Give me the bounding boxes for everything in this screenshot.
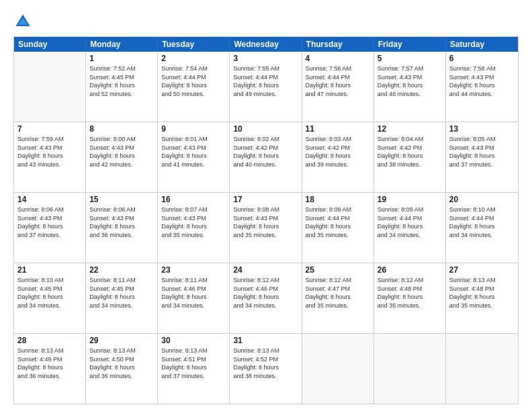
cell-info: and 40 minutes. [233,161,298,169]
cell-info: Sunset: 4:47 PM [306,285,370,293]
calendar-cell: 18Sunrise: 8:09 AMSunset: 4:44 PMDayligh… [302,193,374,263]
header-day-saturday: Saturday [446,37,518,52]
calendar: SundayMondayTuesdayWednesdayThursdayFrid… [13,36,519,404]
cell-info: Daylight: 8 hours [378,81,442,90]
cell-info: Sunset: 4:43 PM [17,144,82,152]
cell-info: Daylight: 8 hours [306,293,370,302]
day-number: 5 [378,54,442,63]
cell-info: Sunrise: 8:03 AM [306,135,370,144]
cell-info: Sunset: 4:42 PM [233,144,298,152]
day-number: 30 [161,336,226,345]
cell-info: Daylight: 8 hours [306,81,370,90]
cell-info: Daylight: 8 hours [17,152,82,161]
cell-info: Sunset: 4:44 PM [449,214,515,223]
cell-info: Sunrise: 8:13 AM [89,347,154,355]
calendar-cell: 16Sunrise: 8:07 AMSunset: 4:43 PMDayligh… [158,193,230,263]
calendar-cell: 4Sunrise: 7:56 AMSunset: 4:44 PMDaylight… [302,52,374,122]
cell-info: Sunrise: 8:04 AM [378,135,442,144]
day-number: 29 [89,336,154,345]
calendar-cell: 6Sunrise: 7:58 AMSunset: 4:43 PMDaylight… [446,52,518,122]
cell-info: Sunrise: 8:06 AM [17,205,82,214]
cell-info: Sunset: 4:43 PM [89,214,154,223]
page: SundayMondayTuesdayWednesdayThursdayFrid… [0,0,532,411]
day-number: 12 [378,124,442,134]
day-number: 22 [89,265,154,275]
cell-info: Daylight: 8 hours [233,152,298,161]
cell-info: Daylight: 8 hours [449,81,515,90]
cell-info: Daylight: 8 hours [233,81,298,90]
cell-info: and 49 minutes. [233,90,298,99]
day-number: 19 [378,195,442,204]
day-number: 8 [89,124,154,134]
cell-info: Daylight: 8 hours [378,222,442,231]
cell-info: and 36 minutes. [17,372,82,381]
day-number: 3 [233,54,298,63]
cell-info: and 35 minutes. [306,231,370,240]
cell-info: Daylight: 8 hours [233,222,298,231]
calendar-header: SundayMondayTuesdayWednesdayThursdayFrid… [14,37,518,52]
cell-info: Daylight: 8 hours [233,293,298,302]
cell-info: Daylight: 8 hours [17,222,82,231]
cell-info: Sunset: 4:43 PM [233,214,298,223]
cell-info: Sunrise: 8:13 AM [17,347,82,355]
cell-info: and 42 minutes. [89,161,154,169]
day-number: 4 [306,54,370,63]
day-number: 10 [233,124,298,134]
calendar-cell [302,334,374,404]
cell-info: Sunrise: 7:59 AM [17,135,82,144]
cell-info: Sunset: 4:42 PM [306,144,370,152]
calendar-cell [14,52,86,122]
calendar-cell: 20Sunrise: 8:10 AMSunset: 4:44 PMDayligh… [446,193,518,263]
cell-info: Sunrise: 7:55 AM [233,64,298,73]
cell-info: Sunrise: 8:12 AM [378,276,442,285]
day-number: 27 [449,265,515,275]
day-number: 28 [17,336,82,345]
header [13,12,519,31]
cell-info: Daylight: 8 hours [17,293,82,302]
cell-info: and 35 minutes. [306,302,370,310]
cell-info: Daylight: 8 hours [161,363,226,372]
logo [13,12,35,31]
cell-info: and 36 minutes. [89,231,154,240]
cell-info: and 38 minutes. [378,161,442,169]
cell-info: and 35 minutes. [449,302,515,310]
calendar-cell: 28Sunrise: 8:13 AMSunset: 4:49 PMDayligh… [14,334,86,404]
cell-info: Sunrise: 8:08 AM [233,205,298,214]
cell-info: and 44 minutes. [449,90,515,99]
calendar-cell [446,334,518,404]
calendar-cell: 13Sunrise: 8:05 AMSunset: 4:43 PMDayligh… [446,122,518,192]
logo-icon [13,12,32,31]
cell-info: Daylight: 8 hours [449,222,515,231]
cell-info: Sunrise: 8:12 AM [306,276,370,285]
cell-info: Sunset: 4:44 PM [306,73,370,82]
calendar-cell: 1Sunrise: 7:52 AMSunset: 4:45 PMDaylight… [86,52,158,122]
cell-info: Sunset: 4:52 PM [233,355,298,364]
calendar-cell: 25Sunrise: 8:12 AMSunset: 4:47 PMDayligh… [302,263,374,333]
cell-info: Daylight: 8 hours [449,152,515,161]
header-day-sunday: Sunday [14,37,86,52]
cell-info: Sunrise: 8:10 AM [449,205,515,214]
cell-info: Sunrise: 8:00 AM [89,135,154,144]
cell-info: Sunset: 4:51 PM [161,355,226,364]
day-number: 17 [233,195,298,204]
calendar-cell: 7Sunrise: 7:59 AMSunset: 4:43 PMDaylight… [14,122,86,192]
calendar-cell: 23Sunrise: 8:11 AMSunset: 4:46 PMDayligh… [158,263,230,333]
calendar-cell: 31Sunrise: 8:13 AMSunset: 4:52 PMDayligh… [230,334,302,404]
calendar-cell: 29Sunrise: 8:13 AMSunset: 4:50 PMDayligh… [86,334,158,404]
cell-info: and 34 minutes. [233,302,298,310]
day-number: 31 [233,336,298,345]
calendar-cell: 8Sunrise: 8:00 AMSunset: 4:43 PMDaylight… [86,122,158,192]
cell-info: Daylight: 8 hours [89,152,154,161]
day-number: 24 [233,265,298,275]
calendar-cell: 12Sunrise: 8:04 AMSunset: 4:42 PMDayligh… [374,122,446,192]
cell-info: Sunset: 4:49 PM [17,355,82,364]
header-day-thursday: Thursday [302,37,374,52]
cell-info: Daylight: 8 hours [17,363,82,372]
cell-info: Sunset: 4:42 PM [378,144,442,152]
calendar-week-3: 14Sunrise: 8:06 AMSunset: 4:43 PMDayligh… [14,192,518,263]
cell-info: Daylight: 8 hours [89,222,154,231]
day-number: 26 [378,265,442,275]
header-day-tuesday: Tuesday [158,37,230,52]
day-number: 7 [17,124,82,134]
cell-info: Daylight: 8 hours [161,222,226,231]
